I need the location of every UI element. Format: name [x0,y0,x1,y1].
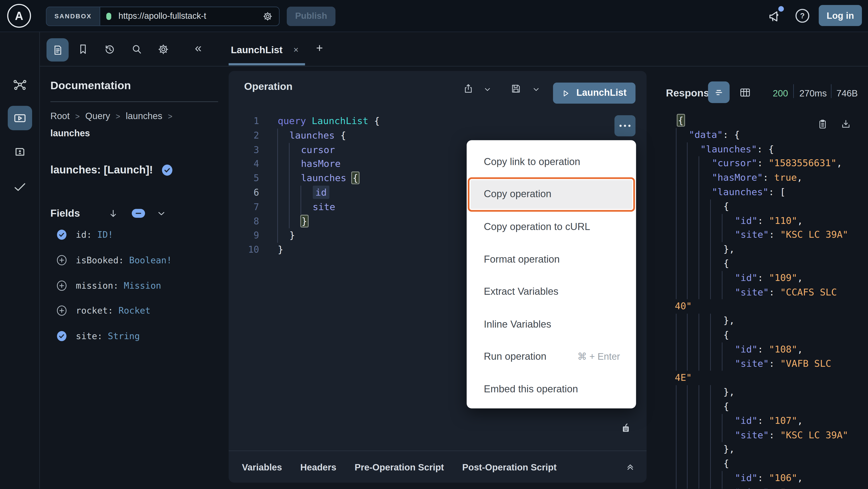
menu-item-inline-variables[interactable]: Inline Variables [467,308,636,341]
left-nav-rail: » [0,32,40,489]
field-selected-check-badge [57,230,67,240]
footer-tab-variables[interactable]: Variables [242,462,282,472]
field-row[interactable]: mission: Mission [57,273,222,298]
footer-tab-pre-operation-script[interactable]: Pre-Operation Script [354,462,444,472]
json-line: { [653,257,868,271]
json-line: "id": "109", [653,271,868,285]
field-selected-check-badge[interactable] [162,164,173,175]
line-number: 10 [229,243,259,257]
explorer-nav-item-active[interactable] [8,106,32,131]
menu-item-shortcut: ⌘ + Enter [578,351,620,363]
response-panel-title: Response [666,87,715,99]
menu-item-copy-operation[interactable]: Copy operation [471,180,632,209]
field-selected-check-badge [57,331,67,342]
endpoint-url-field[interactable]: https://apollo-fullstack-t [100,7,279,25]
breadcrumb-item[interactable]: launches [126,111,162,121]
response-size: 746B [836,88,858,99]
footer-tab-headers[interactable]: Headers [300,462,336,472]
collapse-panel-icon[interactable]: « [195,41,202,55]
checks-nav-icon[interactable] [13,179,27,194]
save-operation-icon[interactable] [510,83,522,94]
connection-settings-gear-icon[interactable] [262,11,273,22]
apollo-logo-icon[interactable]: A [7,4,31,28]
menu-item-label: Copy operation [484,189,551,200]
footer-tab-post-operation-script[interactable]: Post-Operation Script [462,462,557,472]
field-row[interactable]: isBooked: Boolean! [57,248,222,273]
json-line: "site": "KSC LC 39A" [653,428,868,442]
json-line: "cursor": "1583556631", [653,156,868,171]
top-bar: A SANDBOX https://apollo-fullstack-t Pub… [0,0,868,32]
field-row[interactable]: site: String [57,323,222,349]
menu-item-embed-this-operation[interactable]: Embed this operation [467,373,636,405]
menu-item-copy-operation-to-curl[interactable]: Copy operation to cURL [467,211,636,243]
documentation-divider [51,102,218,102]
apollo-sandbox-window: A SANDBOX https://apollo-fullstack-t Pub… [0,0,868,489]
line-number: 7 [229,200,259,214]
endpoint-url-text[interactable]: https://apollo-fullstack-t [119,11,262,21]
help-button[interactable]: ? [796,9,809,23]
publish-button[interactable]: Publish [287,6,335,26]
menu-item-run-operation[interactable]: Run operation⌘ + Enter [467,341,636,373]
json-line: "id": "106", [653,471,868,485]
breadcrumb-item[interactable]: Query [85,111,110,121]
login-button[interactable]: Log in [819,5,862,26]
json-line: 4E" [653,371,868,385]
tab-launchlist[interactable]: LaunchList [231,45,282,56]
operation-context-menu: Copy link to operationCopy operationCopy… [467,140,636,408]
field-name: id: [76,230,97,240]
field-row[interactable]: rocket: Rocket [57,298,222,323]
json-line: "site": "CCAFS SLC [653,285,868,299]
menu-item-copy-link-to-operation[interactable]: Copy link to operation [467,146,636,178]
menu-item-label: Run operation [484,351,547,363]
line-number: 9 [229,228,259,243]
search-icon[interactable] [131,43,143,55]
field-heading: launches: [Launch]! [51,164,173,176]
schema-diff-nav-icon[interactable] [13,145,27,159]
fields-section-header: Fields [51,207,166,219]
field-row[interactable]: id: ID! [57,222,222,248]
line-number: 5 [229,171,259,185]
endpoint-url-bar[interactable]: SANDBOX https://apollo-fullstack-t [46,6,280,26]
share-dropdown-chevron-icon[interactable] [484,86,491,93]
new-tab-button[interactable]: + [316,42,323,55]
response-status-code: 200 [773,88,788,99]
documentation-tool-active[interactable] [46,38,69,62]
json-line: }, [653,442,868,457]
save-dropdown-chevron-icon[interactable] [533,86,540,93]
json-line: }, [653,242,868,257]
expand-footer-panel-icon[interactable] [625,462,635,471]
menu-item-format-operation[interactable]: Format operation [467,243,636,276]
run-operation-button[interactable]: LaunchList [553,83,636,104]
json-line: 40" [653,299,868,314]
fields-collapse-chevron-icon[interactable] [157,209,166,218]
keyboard-shortcuts-icon[interactable] [619,422,632,434]
response-view-table-button[interactable] [739,86,751,99]
field-type: Mission [124,280,161,291]
tab-close-icon[interactable]: × [293,45,299,55]
json-line: { [653,199,868,214]
share-operation-icon[interactable] [463,83,474,94]
schema-graph-icon[interactable] [12,77,28,93]
menu-item-label: Inline Variables [484,319,551,330]
line-number: 1 [229,114,259,128]
history-icon[interactable] [103,43,116,55]
settings-gear-icon[interactable] [157,43,169,55]
response-view-list-button[interactable] [708,82,730,103]
response-json-viewer[interactable]: {"data": {"launches": {"cursor": "158355… [653,114,868,489]
code-line[interactable]: 1query LaunchList { [229,114,647,128]
field-name: isBooked: [76,255,129,265]
field-type: ID! [97,230,113,240]
json-line: { [653,328,868,342]
json-line: }, [653,314,868,328]
json-line: "launches": [ [653,185,868,199]
sort-fields-arrow-icon[interactable] [108,208,119,219]
line-number: 3 [229,143,259,157]
deselect-all-fields-button[interactable] [132,209,146,218]
json-line: { [653,400,868,414]
saved-operations-bookmark-icon[interactable] [77,43,89,55]
menu-item-extract-variables[interactable]: Extract Variables [467,276,636,308]
line-number: 6 [229,185,259,200]
breadcrumb-item[interactable]: Root [51,111,70,121]
sandbox-environment-badge: SANDBOX [46,7,100,25]
add-field-plus-icon [57,255,67,265]
